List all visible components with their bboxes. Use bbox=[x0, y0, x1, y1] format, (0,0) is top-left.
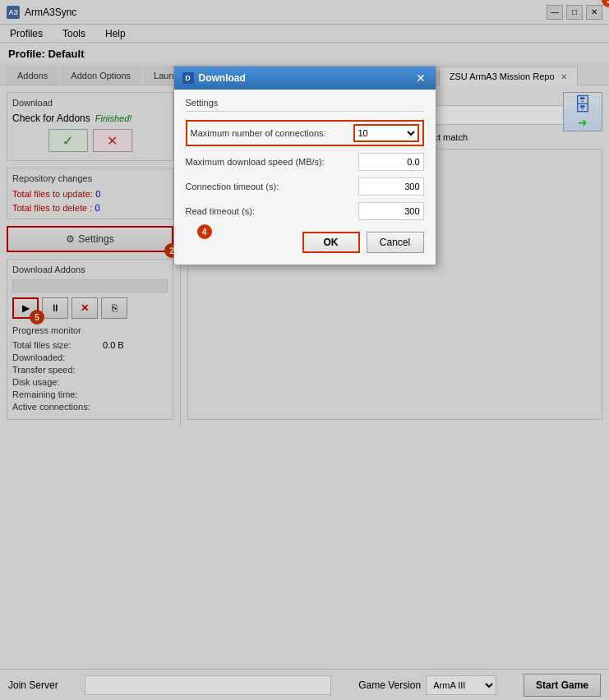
conn-timeout-label: Connection timeout (s): bbox=[186, 182, 358, 191]
read-timeout-label: Read timeout (s): bbox=[186, 206, 358, 216]
cancel-button[interactable]: Cancel bbox=[367, 232, 424, 253]
max-connections-label: Maximum number of connections: bbox=[191, 128, 353, 138]
dialog-overlay: D Download ✕ Settings Maximum number of … bbox=[0, 0, 609, 700]
dialog-row-read-timeout: Read timeout (s): bbox=[186, 202, 424, 220]
max-download-speed-input[interactable] bbox=[358, 153, 424, 171]
annotation-badge-3: 3 bbox=[602, 0, 609, 7]
dialog-row-connections: Maximum number of connections: 10 5 15 2… bbox=[186, 120, 424, 146]
dialog-title-bar: D Download ✕ bbox=[174, 67, 436, 90]
download-dialog: D Download ✕ Settings Maximum number of … bbox=[173, 66, 436, 265]
conn-timeout-input[interactable] bbox=[358, 177, 424, 196]
max-download-speed-label: Maximum download speed (MB/s): bbox=[186, 157, 358, 167]
dialog-settings-label: Settings bbox=[186, 98, 424, 112]
dialog-title: Download bbox=[199, 72, 246, 84]
dialog-icon: D bbox=[182, 72, 194, 84]
ok-button[interactable]: OK bbox=[302, 232, 360, 253]
dialog-title-left: D Download bbox=[182, 72, 246, 84]
dialog-buttons: OK Cancel 4 bbox=[186, 232, 424, 253]
dialog-body: Settings Maximum number of connections: … bbox=[174, 90, 436, 265]
dialog-close-button[interactable]: ✕ bbox=[414, 71, 427, 85]
annotation-badge-4: 4 bbox=[197, 224, 212, 239]
max-connections-select[interactable]: 10 5 15 20 bbox=[353, 124, 419, 142]
dialog-row-download-speed: Maximum download speed (MB/s): bbox=[186, 153, 424, 171]
dialog-row-conn-timeout: Connection timeout (s): bbox=[186, 177, 424, 196]
read-timeout-input[interactable] bbox=[358, 202, 424, 220]
